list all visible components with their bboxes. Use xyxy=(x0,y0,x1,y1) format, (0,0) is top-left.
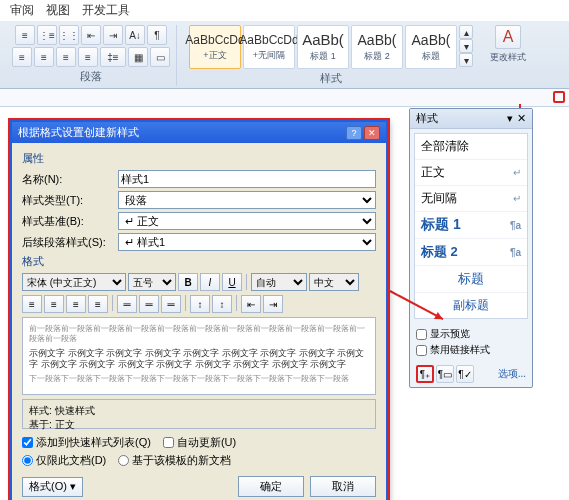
style-title[interactable]: 标题 xyxy=(415,266,527,293)
align-center-button[interactable]: ≡ xyxy=(34,47,54,67)
gallery-down-button[interactable]: ▾ xyxy=(459,39,473,53)
show-preview-check[interactable]: 显示预览 xyxy=(416,327,526,341)
follow-select[interactable]: ↵ 样式1 xyxy=(118,233,376,251)
cancel-button[interactable]: 取消 xyxy=(310,476,376,497)
lang-select[interactable]: 中文 xyxy=(309,273,359,291)
auto-update-check[interactable]: 自动更新(U) xyxy=(163,435,236,450)
align-left-button[interactable]: ≡ xyxy=(12,47,32,67)
font-select[interactable]: 宋体 (中文正文) xyxy=(22,273,126,291)
numbering-button[interactable]: ⋮≡ xyxy=(37,25,57,45)
group-styles-label: 样式 xyxy=(320,71,342,86)
styles-pane: 样式 ▾ ✕ 全部清除 正文↵ 无间隔↵ 标题 1¶a 标题 2¶a 标题 副标… xyxy=(409,108,533,388)
align-right-button[interactable]: ≡ xyxy=(56,47,76,67)
bullets-button[interactable]: ≡ xyxy=(15,25,35,45)
style-description: 样式: 快速样式 基于: 正文 xyxy=(22,399,376,429)
borders-button[interactable]: ▭ xyxy=(150,47,170,67)
indent-dec-button[interactable]: ⇤ xyxy=(81,25,101,45)
color-select[interactable]: 自动 xyxy=(251,273,307,291)
styles-pane-close[interactable]: ✕ xyxy=(517,112,526,125)
only-doc-radio[interactable]: 仅限此文档(D) xyxy=(22,453,106,468)
type-select[interactable]: 段落 xyxy=(118,191,376,209)
dialog-title: 根据格式设置创建新样式 xyxy=(18,125,139,140)
styles-launcher-highlight[interactable] xyxy=(553,91,565,103)
manage-styles-button[interactable]: ¶✓ xyxy=(456,365,474,383)
tab-review[interactable]: 审阅 xyxy=(10,2,34,19)
ribbon: ≡ ⋮≡ ⋮⋮ ⇤ ⇥ A↓ ¶ ≡ ≡ ≡ ≡ ‡≡ ▦ ▭ 段落 AaBbC… xyxy=(0,21,569,89)
dialog-close-button[interactable]: ✕ xyxy=(364,126,380,140)
styles-options-link[interactable]: 选项... xyxy=(498,367,526,381)
multilevel-button[interactable]: ⋮⋮ xyxy=(59,25,79,45)
style-h1[interactable]: 标题 1¶a xyxy=(415,212,527,239)
style-gallery: AaBbCcDd+正文 AaBbCcDd+无间隔 AaBb(标题 1 AaBb(… xyxy=(189,25,473,69)
preview-box: 前一段落前一段落前一段落前一段落前一段落前一段落前一段落前一段落前一段落前一段落… xyxy=(22,317,376,395)
indent-left-btn[interactable]: ⇤ xyxy=(241,295,261,313)
group-paragraph: ≡ ⋮≡ ⋮⋮ ⇤ ⇥ A↓ ¶ ≡ ≡ ≡ ≡ ‡≡ ▦ ▭ 段落 xyxy=(6,25,177,86)
shading-button[interactable]: ▦ xyxy=(128,47,148,67)
align-justify-btn[interactable]: ≡ xyxy=(88,295,108,313)
format-menu-button[interactable]: 格式(O) ▾ xyxy=(22,477,83,497)
base-label: 样式基准(B): xyxy=(22,214,112,229)
spacing15-btn[interactable]: ═ xyxy=(139,295,159,313)
gallery-item-title[interactable]: AaBb(标题 xyxy=(405,25,457,69)
style-nospacing[interactable]: 无间隔↵ xyxy=(415,186,527,212)
align-right-btn[interactable]: ≡ xyxy=(66,295,86,313)
type-label: 样式类型(T): xyxy=(22,193,112,208)
tab-view[interactable]: 视图 xyxy=(46,2,70,19)
styles-pane-dropdown[interactable]: ▾ xyxy=(507,112,513,125)
tab-dev[interactable]: 开发工具 xyxy=(82,2,130,19)
spacing1-btn[interactable]: ═ xyxy=(117,295,137,313)
styles-pane-title: 样式 xyxy=(416,111,438,126)
sort-button[interactable]: A↓ xyxy=(125,25,145,45)
gallery-item-nospacing[interactable]: AaBbCcDd+无间隔 xyxy=(243,25,295,69)
new-style-button[interactable]: ¶₊ xyxy=(416,365,434,383)
styles-list: 全部清除 正文↵ 无间隔↵ 标题 1¶a 标题 2¶a 标题 副标题 xyxy=(414,133,528,319)
showmarks-button[interactable]: ¶ xyxy=(147,25,167,45)
style-clear-all[interactable]: 全部清除 xyxy=(415,134,527,160)
gallery-up-button[interactable]: ▴ xyxy=(459,25,473,39)
indent-inc-button[interactable]: ⇥ xyxy=(103,25,123,45)
dialog-help-button[interactable]: ? xyxy=(346,126,362,140)
format-section: 格式 xyxy=(22,254,376,269)
style-inspector-button[interactable]: ¶▭ xyxy=(436,365,454,383)
group-paragraph-label: 段落 xyxy=(80,69,102,84)
base-select[interactable]: ↵ 正文 xyxy=(118,212,376,230)
gallery-item-h1[interactable]: AaBb(标题 1 xyxy=(297,25,349,69)
follow-label: 后续段落样式(S): xyxy=(22,235,112,250)
ruler xyxy=(0,89,569,107)
style-h2[interactable]: 标题 2¶a xyxy=(415,239,527,266)
spacing2-btn[interactable]: ═ xyxy=(161,295,181,313)
bold-button[interactable]: B xyxy=(178,273,198,291)
line-spacing-button[interactable]: ‡≡ xyxy=(100,47,126,67)
size-select[interactable]: 五号 xyxy=(128,273,176,291)
space-after-btn[interactable]: ↕ xyxy=(212,295,232,313)
align-center-btn[interactable]: ≡ xyxy=(44,295,64,313)
group-styles: AaBbCcDd+正文 AaBbCcDd+无间隔 AaBb(标题 1 AaBb(… xyxy=(183,25,479,86)
template-radio[interactable]: 基于该模板的新文档 xyxy=(118,453,231,468)
italic-button[interactable]: I xyxy=(200,273,220,291)
name-input[interactable] xyxy=(118,170,376,188)
align-justify-button[interactable]: ≡ xyxy=(78,47,98,67)
indent-right-btn[interactable]: ⇥ xyxy=(263,295,283,313)
underline-button[interactable]: U xyxy=(222,273,242,291)
gallery-item-h2[interactable]: AaBb(标题 2 xyxy=(351,25,403,69)
gallery-more-button[interactable]: ▾ xyxy=(459,53,473,67)
ribbon-tabs: 审阅 视图 开发工具 xyxy=(0,0,569,21)
name-label: 名称(N): xyxy=(22,172,112,187)
gallery-item-body[interactable]: AaBbCcDd+正文 xyxy=(189,25,241,69)
style-body[interactable]: 正文↵ xyxy=(415,160,527,186)
disable-linked-check[interactable]: 禁用链接样式 xyxy=(416,343,526,357)
add-quick-check[interactable]: 添加到快速样式列表(Q) xyxy=(22,435,151,450)
props-section: 属性 xyxy=(22,151,376,166)
change-styles-icon: A xyxy=(495,25,521,49)
new-style-dialog: 根据格式设置创建新样式 ? ✕ 属性 名称(N): 样式类型(T):段落 样式基… xyxy=(10,120,388,500)
ok-button[interactable]: 确定 xyxy=(238,476,304,497)
change-styles-button[interactable]: A 更改样式 xyxy=(485,25,531,86)
align-left-btn[interactable]: ≡ xyxy=(22,295,42,313)
space-before-btn[interactable]: ↕ xyxy=(190,295,210,313)
